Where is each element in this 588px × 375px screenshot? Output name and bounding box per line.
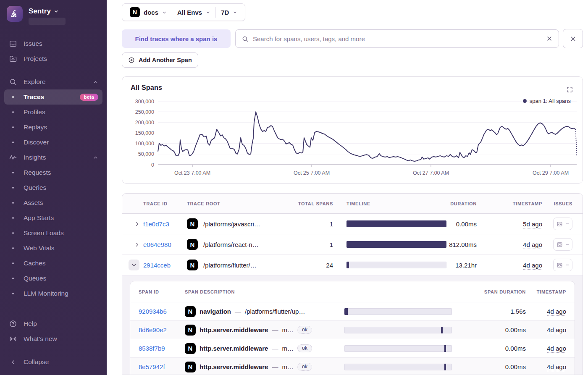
sidebar-item-label: Projects <box>24 55 47 63</box>
broadcast-icon <box>8 335 18 343</box>
col-issues: ISSUES <box>554 201 572 206</box>
expand-chart-icon[interactable] <box>566 86 573 93</box>
sidebar-item-explore[interactable]: Explore <box>4 74 102 89</box>
sidebar-item-label: Explore <box>24 78 46 86</box>
col-total-spans: TOTAL SPANS <box>298 201 333 206</box>
timestamp: 4d ago <box>547 326 566 334</box>
sidebar-collapse-button[interactable]: Collapse <box>4 354 102 370</box>
all-spans-line-chart[interactable]: 300,000250,000200,000150,000100,00050,00… <box>122 77 583 183</box>
status-badge: ok <box>297 344 312 352</box>
span-duration: 0.00ms <box>505 363 526 370</box>
status-badge: ok <box>297 326 312 334</box>
span-search-input[interactable] <box>253 35 542 42</box>
table-row: f1e0d7c3 N/platforms/javascri… 1 0.00ms … <box>122 214 583 234</box>
project-filter[interactable]: N docs <box>125 4 172 21</box>
trace-root: /platforms/flutter/… <box>203 262 257 269</box>
sentry-logo-icon <box>9 8 20 19</box>
sentry-logo[interactable] <box>7 6 23 22</box>
remove-span-button[interactable] <box>563 29 583 48</box>
timeline-bar <box>346 220 446 227</box>
sidebar-item-caches[interactable]: Caches <box>4 256 102 271</box>
span-id-link[interactable]: 8d6e90e2 <box>139 326 185 333</box>
nextjs-platform-icon: N <box>187 218 198 229</box>
expand-row-icon[interactable] <box>131 221 143 227</box>
table-row: e064e980 N/platforms/react-n… 1 812.00ms… <box>122 234 583 255</box>
issues-button[interactable] <box>553 238 572 251</box>
beta-badge: beta <box>80 94 98 101</box>
sidebar-item-screen-loads[interactable]: Screen Loads <box>4 226 102 241</box>
chevron-up-icon[interactable] <box>93 155 98 160</box>
span-row: 8538f7b9 N http.server.middleware — m… o… <box>130 339 575 358</box>
sidebar-item-projects[interactable]: Projects <box>4 51 102 66</box>
sidebar-item-queries[interactable]: Queries <box>4 180 102 195</box>
nextjs-platform-icon: N <box>130 7 140 17</box>
expanded-trace-zone: SPAN ID SPAN DESCRIPTION SPAN DURATION T… <box>122 275 583 375</box>
issues-button[interactable] <box>553 218 572 230</box>
chevron-down-icon <box>233 10 237 15</box>
clear-search-icon[interactable] <box>546 35 553 42</box>
sidebar-item-web-vitals[interactable]: Web Vitals <box>4 241 102 256</box>
add-another-span-button[interactable]: Add Another Span <box>122 52 198 68</box>
sidebar-item-label: Insights <box>24 154 46 161</box>
spans-subtable-header: SPAN ID SPAN DESCRIPTION SPAN DURATION T… <box>130 281 575 302</box>
span-op: navigation <box>200 308 231 315</box>
svg-text:Oct 25 7:00 AM: Oct 25 7:00 AM <box>294 170 330 176</box>
sidebar-item-replays[interactable]: Replays <box>4 120 102 135</box>
svg-text:Oct 23 7:00 AM: Oct 23 7:00 AM <box>174 170 210 176</box>
span-id-link[interactable]: 8e57942f <box>139 363 185 370</box>
sidebar-item-label: Collapse <box>24 358 49 366</box>
sidebar-item-assets[interactable]: Assets <box>4 195 102 210</box>
bullet-icon <box>8 111 18 113</box>
sidebar-item-label: LLM Monitoring <box>24 290 68 297</box>
col-duration: DURATION <box>450 201 477 206</box>
collapse-row-icon[interactable] <box>129 260 139 270</box>
sidebar-item-llm-monitoring[interactable]: LLM Monitoring <box>4 286 102 301</box>
span-op: http.server.middleware <box>200 326 268 333</box>
dash-icon <box>565 222 570 226</box>
help-icon <box>8 320 18 328</box>
bullet-icon <box>8 232 18 234</box>
sidebar: Sentry Issues Projects Explore <box>0 0 107 375</box>
trace-id-link[interactable]: f1e0d7c3 <box>143 220 187 228</box>
environment-filter[interactable]: All Envs <box>172 4 215 21</box>
project-filter-value: docs <box>144 9 158 16</box>
sidebar-item-issues[interactable]: Issues <box>4 36 102 51</box>
timestamp: 4d ago <box>547 363 566 371</box>
chevron-up-icon[interactable] <box>93 79 98 85</box>
total-spans: 1 <box>330 220 333 228</box>
col-trace-id: TRACE ID <box>143 201 187 206</box>
trace-id-link[interactable]: 2914cceb <box>143 262 187 269</box>
dash-icon <box>565 242 570 247</box>
sidebar-item-whats-new[interactable]: What's new <box>4 331 102 346</box>
sidebar-item-app-starts[interactable]: App Starts <box>4 210 102 226</box>
sidebar-item-label: App Starts <box>24 214 54 222</box>
nextjs-platform-icon: N <box>185 343 196 354</box>
svg-text:Oct 29 7:00 AM: Oct 29 7:00 AM <box>533 170 569 176</box>
expand-row-icon[interactable] <box>131 241 143 248</box>
bullet-icon <box>8 187 18 189</box>
span-id-link[interactable]: 8538f7b9 <box>139 345 185 352</box>
trace-id-link[interactable]: e064e980 <box>143 241 187 248</box>
svg-text:300,000: 300,000 <box>135 99 154 105</box>
date-range-filter[interactable]: 7D <box>216 4 242 21</box>
svg-text:0: 0 <box>151 162 154 168</box>
sidebar-footer: Help What's new Collapse <box>4 316 102 370</box>
chart-legend[interactable]: span 1: All spans <box>523 98 571 104</box>
sidebar-item-profiles[interactable]: Profiles <box>4 105 102 120</box>
span-duration: 1.56s <box>510 308 526 315</box>
sidebar-item-traces[interactable]: Traces beta <box>4 89 102 105</box>
sidebar-item-requests[interactable]: Requests <box>4 165 102 180</box>
sidebar-item-help[interactable]: Help <box>4 316 102 331</box>
brand-name: Sentry <box>29 7 51 16</box>
issues-button[interactable] <box>553 259 572 271</box>
span-id-link[interactable]: 920934b6 <box>139 308 185 315</box>
org-switcher[interactable]: Sentry <box>29 7 66 16</box>
sidebar-item-queues[interactable]: Queues <box>4 271 102 286</box>
sidebar-item-label: Profiles <box>24 108 45 116</box>
sidebar-item-discover[interactable]: Discover <box>4 135 102 150</box>
col-span-description: SPAN DESCRIPTION <box>185 289 344 294</box>
legend-dot <box>523 99 527 103</box>
add-another-span-label: Add Another Span <box>139 57 192 63</box>
sidebar-item-insights[interactable]: Insights <box>4 150 102 165</box>
svg-text:150,000: 150,000 <box>135 130 154 136</box>
